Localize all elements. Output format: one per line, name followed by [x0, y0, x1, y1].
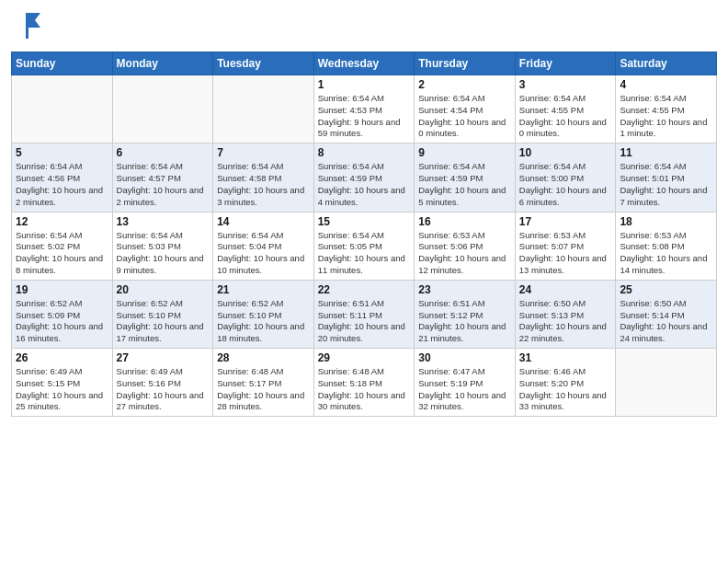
day-cell: 2Sunrise: 6:54 AM Sunset: 4:54 PM Daylig…: [415, 75, 516, 144]
day-cell: 23Sunrise: 6:51 AM Sunset: 5:12 PM Dayli…: [415, 280, 516, 348]
day-cell: 24Sunrise: 6:50 AM Sunset: 5:13 PM Dayli…: [515, 280, 616, 348]
day-number: 31: [519, 351, 612, 364]
day-cell: 18Sunrise: 6:53 AM Sunset: 5:08 PM Dayli…: [616, 212, 717, 280]
day-cell: 28Sunrise: 6:48 AM Sunset: 5:17 PM Dayli…: [213, 349, 314, 417]
day-cell: 25Sunrise: 6:50 AM Sunset: 5:14 PM Dayli…: [616, 280, 717, 348]
day-cell: 31Sunrise: 6:46 AM Sunset: 5:20 PM Dayli…: [515, 349, 616, 417]
day-number: 18: [620, 215, 712, 228]
day-number: 23: [418, 283, 511, 296]
week-row-1: 5Sunrise: 6:54 AM Sunset: 4:56 PM Daylig…: [12, 144, 717, 212]
day-info: Sunrise: 6:54 AM Sunset: 5:03 PM Dayligh…: [117, 230, 210, 277]
day-cell: 1Sunrise: 6:54 AM Sunset: 4:53 PM Daylig…: [313, 75, 415, 144]
day-info: Sunrise: 6:54 AM Sunset: 4:58 PM Dayligh…: [217, 161, 310, 208]
day-number: 13: [117, 215, 210, 228]
calendar-table: SundayMondayTuesdayWednesdayThursdayFrid…: [11, 52, 717, 417]
day-cell: 4Sunrise: 6:54 AM Sunset: 4:55 PM Daylig…: [616, 75, 717, 144]
day-info: Sunrise: 6:54 AM Sunset: 4:54 PM Dayligh…: [418, 93, 511, 140]
day-cell: 14Sunrise: 6:54 AM Sunset: 5:04 PM Dayli…: [213, 212, 314, 280]
day-number: 28: [217, 351, 310, 364]
weekday-wednesday: Wednesday: [313, 52, 415, 75]
day-info: Sunrise: 6:48 AM Sunset: 5:17 PM Dayligh…: [217, 366, 310, 413]
svg-rect-1: [26, 13, 28, 39]
day-number: 24: [519, 283, 612, 296]
svg-marker-0: [28, 13, 40, 28]
day-cell: 7Sunrise: 6:54 AM Sunset: 4:58 PM Daylig…: [213, 144, 314, 212]
logo-icon: [11, 9, 44, 46]
day-info: Sunrise: 6:53 AM Sunset: 5:06 PM Dayligh…: [418, 230, 511, 277]
day-number: 3: [519, 78, 612, 91]
day-number: 5: [16, 146, 108, 159]
logo: [11, 9, 46, 46]
day-info: Sunrise: 6:49 AM Sunset: 5:16 PM Dayligh…: [117, 366, 210, 413]
day-info: Sunrise: 6:54 AM Sunset: 5:02 PM Dayligh…: [16, 230, 108, 277]
day-info: Sunrise: 6:51 AM Sunset: 5:12 PM Dayligh…: [418, 298, 511, 345]
weekday-monday: Monday: [112, 52, 213, 75]
day-info: Sunrise: 6:54 AM Sunset: 5:05 PM Dayligh…: [318, 230, 411, 277]
day-info: Sunrise: 6:54 AM Sunset: 5:01 PM Dayligh…: [620, 161, 712, 208]
day-cell: 17Sunrise: 6:53 AM Sunset: 5:07 PM Dayli…: [515, 212, 616, 280]
weekday-thursday: Thursday: [415, 52, 516, 75]
day-cell: 22Sunrise: 6:51 AM Sunset: 5:11 PM Dayli…: [313, 280, 415, 348]
day-cell: 3Sunrise: 6:54 AM Sunset: 4:55 PM Daylig…: [515, 75, 616, 144]
day-info: Sunrise: 6:52 AM Sunset: 5:10 PM Dayligh…: [117, 298, 210, 345]
day-cell: [616, 349, 717, 417]
day-info: Sunrise: 6:54 AM Sunset: 5:04 PM Dayligh…: [217, 230, 310, 277]
day-cell: [12, 75, 113, 144]
day-info: Sunrise: 6:50 AM Sunset: 5:13 PM Dayligh…: [519, 298, 612, 345]
day-number: 25: [620, 283, 712, 296]
day-number: 12: [16, 215, 108, 228]
day-info: Sunrise: 6:54 AM Sunset: 4:59 PM Dayligh…: [318, 161, 411, 208]
day-number: 1: [318, 78, 411, 91]
day-number: 26: [16, 351, 108, 364]
page: SundayMondayTuesdayWednesdayThursdayFrid…: [0, 0, 728, 563]
day-cell: [213, 75, 314, 144]
day-number: 16: [418, 215, 511, 228]
day-number: 14: [217, 215, 310, 228]
day-info: Sunrise: 6:54 AM Sunset: 4:56 PM Dayligh…: [16, 161, 108, 208]
day-cell: [112, 75, 213, 144]
day-info: Sunrise: 6:49 AM Sunset: 5:15 PM Dayligh…: [16, 366, 108, 413]
day-cell: 16Sunrise: 6:53 AM Sunset: 5:06 PM Dayli…: [415, 212, 516, 280]
day-number: 4: [620, 78, 712, 91]
day-cell: 29Sunrise: 6:48 AM Sunset: 5:18 PM Dayli…: [313, 349, 415, 417]
day-info: Sunrise: 6:46 AM Sunset: 5:20 PM Dayligh…: [519, 366, 612, 413]
day-cell: 15Sunrise: 6:54 AM Sunset: 5:05 PM Dayli…: [313, 212, 415, 280]
day-number: 2: [418, 78, 511, 91]
day-cell: 12Sunrise: 6:54 AM Sunset: 5:02 PM Dayli…: [12, 212, 113, 280]
day-number: 11: [620, 146, 712, 159]
day-info: Sunrise: 6:54 AM Sunset: 4:55 PM Dayligh…: [519, 93, 612, 140]
day-cell: 5Sunrise: 6:54 AM Sunset: 4:56 PM Daylig…: [12, 144, 113, 212]
week-row-4: 26Sunrise: 6:49 AM Sunset: 5:15 PM Dayli…: [12, 349, 717, 417]
day-cell: 19Sunrise: 6:52 AM Sunset: 5:09 PM Dayli…: [12, 280, 113, 348]
header: [11, 9, 717, 46]
day-info: Sunrise: 6:52 AM Sunset: 5:09 PM Dayligh…: [16, 298, 108, 345]
day-cell: 6Sunrise: 6:54 AM Sunset: 4:57 PM Daylig…: [112, 144, 213, 212]
day-info: Sunrise: 6:51 AM Sunset: 5:11 PM Dayligh…: [318, 298, 411, 345]
day-cell: 27Sunrise: 6:49 AM Sunset: 5:16 PM Dayli…: [112, 349, 213, 417]
day-info: Sunrise: 6:54 AM Sunset: 4:59 PM Dayligh…: [418, 161, 511, 208]
day-number: 15: [318, 215, 411, 228]
day-number: 7: [217, 146, 310, 159]
day-info: Sunrise: 6:54 AM Sunset: 4:55 PM Dayligh…: [620, 93, 712, 140]
day-number: 21: [217, 283, 310, 296]
day-info: Sunrise: 6:47 AM Sunset: 5:19 PM Dayligh…: [418, 366, 511, 413]
day-info: Sunrise: 6:53 AM Sunset: 5:08 PM Dayligh…: [620, 230, 712, 277]
day-number: 29: [318, 351, 411, 364]
weekday-saturday: Saturday: [616, 52, 717, 75]
day-cell: 21Sunrise: 6:52 AM Sunset: 5:10 PM Dayli…: [213, 280, 314, 348]
day-info: Sunrise: 6:53 AM Sunset: 5:07 PM Dayligh…: [519, 230, 612, 277]
day-info: Sunrise: 6:52 AM Sunset: 5:10 PM Dayligh…: [217, 298, 310, 345]
day-cell: 13Sunrise: 6:54 AM Sunset: 5:03 PM Dayli…: [112, 212, 213, 280]
day-number: 30: [418, 351, 511, 364]
day-cell: 11Sunrise: 6:54 AM Sunset: 5:01 PM Dayli…: [616, 144, 717, 212]
weekday-header-row: SundayMondayTuesdayWednesdayThursdayFrid…: [12, 52, 717, 75]
weekday-sunday: Sunday: [12, 52, 113, 75]
day-number: 9: [418, 146, 511, 159]
day-number: 10: [519, 146, 612, 159]
week-row-3: 19Sunrise: 6:52 AM Sunset: 5:09 PM Dayli…: [12, 280, 717, 348]
day-info: Sunrise: 6:54 AM Sunset: 5:00 PM Dayligh…: [519, 161, 612, 208]
week-row-2: 12Sunrise: 6:54 AM Sunset: 5:02 PM Dayli…: [12, 212, 717, 280]
day-info: Sunrise: 6:48 AM Sunset: 5:18 PM Dayligh…: [318, 366, 411, 413]
day-cell: 30Sunrise: 6:47 AM Sunset: 5:19 PM Dayli…: [415, 349, 516, 417]
weekday-tuesday: Tuesday: [213, 52, 314, 75]
